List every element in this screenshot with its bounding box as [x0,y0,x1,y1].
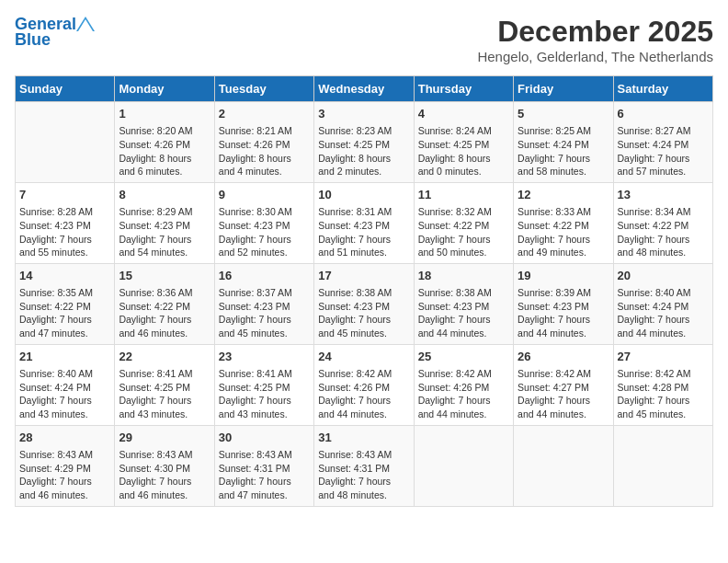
day-number: 3 [318,106,409,122]
day-number: 28 [19,430,110,446]
calendar-table: SundayMondayTuesdayWednesdayThursdayFrid… [15,75,713,507]
day-info-line: and 0 minutes. [418,165,509,178]
day-info-line: Sunset: 4:25 PM [219,381,310,395]
day-number: 9 [219,187,310,203]
day-info-line: Sunrise: 8:42 AM [618,367,709,381]
day-info-line: Sunset: 4:30 PM [119,462,210,476]
day-info-line: Sunset: 4:28 PM [618,381,709,395]
day-info-line: Daylight: 7 hours [518,233,609,247]
day-info-line: Daylight: 8 hours [418,152,509,166]
day-info-line: Sunset: 4:26 PM [318,381,409,395]
day-info-line: Sunrise: 8:36 AM [119,286,210,300]
calendar-day-30: 30Sunrise: 8:43 AMSunset: 4:31 PMDayligh… [214,425,313,506]
day-info-line: Daylight: 7 hours [518,152,609,166]
calendar-day-7: 7Sunrise: 8:28 AMSunset: 4:23 PMDaylight… [16,182,115,263]
month-title: December 2025 [477,15,713,49]
calendar-day-2: 2Sunrise: 8:21 AMSunset: 4:26 PMDaylight… [214,102,313,183]
day-info-line: Sunset: 4:23 PM [318,300,409,314]
day-number: 2 [219,106,310,122]
calendar-day-28: 28Sunrise: 8:43 AMSunset: 4:29 PMDayligh… [16,425,115,506]
calendar-day-11: 11Sunrise: 8:32 AMSunset: 4:22 PMDayligh… [414,182,513,263]
title-block: December 2025 Hengelo, Gelderland, The N… [477,15,713,64]
calendar-day-19: 19Sunrise: 8:39 AMSunset: 4:23 PMDayligh… [514,263,613,344]
day-info-line: Sunrise: 8:43 AM [19,448,110,462]
day-number: 14 [19,268,110,284]
day-number: 16 [219,268,310,284]
day-info-line: Sunrise: 8:37 AM [219,286,310,300]
day-info-line: and 44 minutes. [518,408,609,421]
calendar-week-row: 14Sunrise: 8:35 AMSunset: 4:22 PMDayligh… [16,263,713,344]
calendar-day-empty [613,425,712,506]
day-info-line: Sunrise: 8:31 AM [318,205,409,219]
day-info-line: Daylight: 7 hours [219,394,310,408]
day-info-line: and 45 minutes. [318,327,409,340]
day-info-line: Sunrise: 8:42 AM [418,367,509,381]
day-info-line: Sunrise: 8:43 AM [119,448,210,462]
day-info-line: and 50 minutes. [418,246,509,259]
day-info-line: and 43 minutes. [19,408,110,421]
day-info-line: Sunrise: 8:28 AM [19,205,110,219]
day-info-line: Sunrise: 8:27 AM [618,124,709,138]
day-info-line: and 48 minutes. [618,246,709,259]
day-info-line: Daylight: 7 hours [19,475,110,488]
calendar-day-15: 15Sunrise: 8:36 AMSunset: 4:22 PMDayligh… [115,263,214,344]
day-number: 25 [418,349,509,365]
day-info-line: Sunset: 4:22 PM [518,219,609,233]
day-info-line: and 46 minutes. [119,488,210,502]
day-info-line: Sunset: 4:23 PM [219,219,310,233]
day-info-line: Sunrise: 8:42 AM [318,367,409,381]
weekday-header-tuesday: Tuesday [214,76,313,102]
day-info-line: Sunset: 4:26 PM [119,138,210,152]
day-number: 8 [119,187,210,203]
day-info-line: Daylight: 7 hours [119,313,210,327]
day-info-line: Daylight: 8 hours [219,152,310,166]
day-number: 5 [518,106,609,122]
day-info-line: Sunset: 4:22 PM [19,300,110,314]
weekday-header-saturday: Saturday [613,76,712,102]
day-info-line: Sunrise: 8:20 AM [119,124,210,138]
calendar-day-23: 23Sunrise: 8:41 AMSunset: 4:25 PMDayligh… [214,344,313,425]
calendar-day-22: 22Sunrise: 8:41 AMSunset: 4:25 PMDayligh… [115,344,214,425]
day-info-line: Sunrise: 8:23 AM [318,124,409,138]
day-info-line: Sunset: 4:22 PM [119,300,210,314]
day-info-line: and 58 minutes. [518,165,609,178]
day-info-line: Daylight: 7 hours [19,233,110,247]
day-info-line: Daylight: 7 hours [418,313,509,327]
day-info-line: Sunrise: 8:24 AM [418,124,509,138]
day-info-line: Daylight: 7 hours [618,233,709,247]
day-info-line: and 55 minutes. [19,246,110,259]
day-info-line: and 43 minutes. [119,408,210,421]
weekday-header-wednesday: Wednesday [314,76,414,102]
calendar-day-empty [16,102,115,183]
day-info-line: Sunrise: 8:30 AM [219,205,310,219]
day-info-line: and 46 minutes. [119,327,210,340]
calendar-day-14: 14Sunrise: 8:35 AMSunset: 4:22 PMDayligh… [16,263,115,344]
calendar-day-26: 26Sunrise: 8:42 AMSunset: 4:27 PMDayligh… [514,344,613,425]
day-info-line: Sunrise: 8:43 AM [318,448,409,462]
day-info-line: Sunset: 4:27 PM [518,381,609,395]
day-info-line: and 45 minutes. [219,327,310,340]
day-info-line: and 44 minutes. [618,327,709,340]
day-info-line: Sunrise: 8:34 AM [618,205,709,219]
day-info-line: Sunset: 4:23 PM [518,300,609,314]
calendar-day-1: 1Sunrise: 8:20 AMSunset: 4:26 PMDaylight… [115,102,214,183]
day-info-line: and 43 minutes. [219,408,310,421]
day-info-line: Sunset: 4:31 PM [219,462,310,476]
calendar-day-13: 13Sunrise: 8:34 AMSunset: 4:22 PMDayligh… [613,182,712,263]
day-info-line: Daylight: 7 hours [418,233,509,247]
day-number: 18 [418,268,509,284]
calendar-day-27: 27Sunrise: 8:42 AMSunset: 4:28 PMDayligh… [613,344,712,425]
day-info-line: and 54 minutes. [119,246,210,259]
day-info-line: and 44 minutes. [318,408,409,421]
day-info-line: and 51 minutes. [318,246,409,259]
calendar-day-17: 17Sunrise: 8:38 AMSunset: 4:23 PMDayligh… [314,263,414,344]
calendar-day-12: 12Sunrise: 8:33 AMSunset: 4:22 PMDayligh… [514,182,613,263]
calendar-day-25: 25Sunrise: 8:42 AMSunset: 4:26 PMDayligh… [414,344,513,425]
day-info-line: Sunrise: 8:25 AM [518,124,609,138]
day-info-line: Sunset: 4:26 PM [418,381,509,395]
day-number: 30 [219,430,310,446]
day-info-line: Daylight: 7 hours [19,394,110,408]
weekday-header-monday: Monday [115,76,214,102]
day-number: 17 [318,268,409,284]
day-info-line: Sunrise: 8:43 AM [219,448,310,462]
